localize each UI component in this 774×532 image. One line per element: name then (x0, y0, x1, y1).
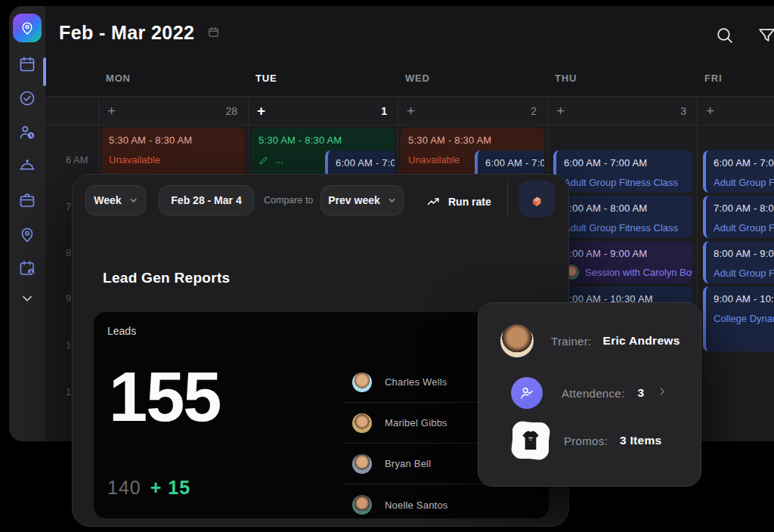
sidebar-item-package[interactable] (17, 190, 37, 210)
run-rate-toggle[interactable]: Run rate (426, 194, 491, 209)
sidebar-item-calendar[interactable] (17, 54, 37, 74)
event-time: 8:00 AM - 9:00 AM (714, 248, 774, 259)
compare-dropdown[interactable]: Prev week (320, 185, 404, 215)
lead-avatar (352, 413, 372, 433)
leads-delta-value: + 15 (150, 477, 190, 499)
calendar-event-class[interactable]: 7:00 AM - 8:00 AMAdult Group Fitness Cla… (553, 196, 692, 238)
pencil-icon (259, 155, 269, 165)
sidebar-more-chevron-down-icon[interactable] (17, 289, 37, 308)
event-time: 6:00 AM - 7:00 AM (485, 157, 537, 169)
chevron-right-icon[interactable] (657, 386, 667, 400)
chevron-down-icon (129, 196, 138, 205)
leads-label: Leads (107, 325, 136, 337)
event-title-text: College Dynamics (714, 313, 774, 324)
add-event-icon[interactable]: + (556, 104, 565, 118)
trainer-avatar (500, 324, 534, 357)
lead-avatar (352, 495, 372, 515)
calendar-event-class[interactable]: 6:00 AM - 7:00 AMAdult Group Fitness Cla… (703, 150, 774, 193)
event-time: 7:00 AM - 8:00 AM (564, 203, 685, 214)
event-title-text: Adult Group Fitness Class (714, 177, 774, 188)
calendar-event-session[interactable]: 8:00 AM - 9:00 AMSession with Carolyn Bo… (553, 241, 692, 283)
sidebar-item-calendar-user[interactable] (17, 258, 37, 278)
service-bell-icon (18, 157, 36, 175)
event-title: College Dynamics (714, 313, 774, 324)
event-time: 9:00 AM - 10:30 AM (714, 293, 774, 305)
search-icon[interactable] (715, 26, 734, 48)
compare-dropdown-value: Prev week (328, 194, 380, 206)
page-title: Feb - Mar 2022 (59, 22, 194, 44)
date-cell-thu[interactable]: +3 (547, 97, 697, 125)
user-clock-icon (18, 123, 36, 141)
event-title: Adult Group Fitness Class (564, 222, 685, 234)
event-time: 5:30 AM - 8:30 AM (109, 135, 237, 146)
event-title-text: Adult Group Fitness Class (714, 268, 774, 279)
event-time: 6:00 AM - 7:00 AM (564, 157, 685, 169)
add-event-icon[interactable]: + (257, 104, 265, 118)
add-event-icon[interactable]: + (107, 104, 116, 118)
event-time: 5:30 AM - 8:30 AM (259, 135, 387, 146)
calendar-user-icon (18, 259, 36, 277)
run-rate-label: Run rate (448, 196, 491, 208)
map-pin-logo-icon (20, 20, 35, 36)
tshirt-icon (518, 428, 543, 453)
calendar-event-class[interactable]: 9:00 AM - 10:30 AMCollege Dynamics (703, 286, 774, 351)
promos-label: Promos: (564, 435, 608, 447)
date-cell-tue[interactable]: +1 (248, 97, 398, 125)
sidebar-item-map-pin[interactable] (17, 224, 37, 244)
date-number: 1 (381, 105, 387, 117)
day-header-thu: THU (555, 73, 577, 84)
period-dropdown-value: Week (94, 194, 121, 206)
event-title-text: Adult Group Fitness Class (564, 177, 678, 188)
person-check-icon (519, 385, 535, 401)
date-cell-mon[interactable]: +28 (98, 97, 248, 125)
event-title-text: Unavailable (109, 154, 160, 165)
date-cell-fri[interactable]: + (697, 97, 774, 125)
time-gutter-label: 6 AM (66, 154, 88, 165)
attendance-icon (511, 377, 543, 409)
period-dropdown[interactable]: Week (85, 185, 146, 215)
chevron-down-icon (388, 196, 396, 205)
leads-value: 155 (109, 362, 221, 431)
leads-previous-value: 140 (107, 477, 141, 499)
toolbar-divider (507, 182, 508, 217)
add-event-icon[interactable]: + (706, 104, 714, 118)
event-time: 6:00 AM - 7:00 AM (336, 157, 387, 169)
lead-name: Bryan Bell (385, 458, 431, 469)
orange-block-icon (527, 189, 546, 209)
calendar-event-class[interactable]: 7:00 AM - 8:00 AMAdult Group Fitness Cla… (703, 196, 774, 238)
event-title: Unavailable (109, 154, 237, 165)
attendance-row[interactable]: Attendence: 3 (511, 377, 667, 409)
date-picker-calendar-icon[interactable] (207, 26, 220, 42)
trainer-name: Eric Andrews (603, 334, 680, 348)
date-number: 28 (225, 105, 237, 117)
attendance-value: 3 (637, 386, 644, 400)
calendar-icon (18, 55, 36, 73)
filter-funnel-icon[interactable] (757, 26, 774, 48)
calendar-event-class[interactable]: 6:00 AM - 7:00 AMAdult Group Fitness Cla… (553, 150, 692, 193)
calendar-event-class[interactable]: 8:00 AM - 9:00 AMAdult Group Fitness Cla… (703, 241, 774, 283)
trending-up-icon (426, 194, 441, 209)
app-logo[interactable] (13, 14, 42, 42)
trainer-label: Trainer: (551, 335, 592, 348)
sidebar-item-user-clock[interactable] (17, 122, 37, 142)
day-header-wed: WED (405, 73, 430, 84)
panel-title: Lead Gen Reports (103, 270, 230, 286)
check-circle-icon (18, 89, 36, 107)
add-event-icon[interactable]: + (407, 104, 415, 118)
event-time: 8:00 AM - 9:00 AM (564, 248, 685, 259)
integration-button[interactable] (519, 181, 555, 217)
event-title-text: ... (275, 154, 283, 165)
date-cell-wed[interactable]: +2 (398, 97, 547, 125)
date-range-button[interactable]: Feb 28 - Mar 4 (159, 185, 254, 215)
promos-value: 3 Items (620, 434, 662, 447)
event-time: 5:30 AM - 8:30 AM (408, 135, 537, 146)
sidebar-item-check-circle[interactable] (17, 88, 37, 108)
sidebar-item-service-bell[interactable] (17, 156, 37, 176)
lead-list-item[interactable]: Noelle Santos (343, 484, 540, 518)
promo-thumbnail (512, 422, 549, 459)
event-title-text: Adult Group Fitness Class (564, 222, 678, 234)
lead-name: Maribel Gibbs (385, 417, 447, 428)
event-title-text: Session with Carolyn Bow (585, 267, 692, 278)
lead-name: Charles Wells (385, 376, 447, 388)
event-title-text: Unavailable (408, 154, 460, 165)
